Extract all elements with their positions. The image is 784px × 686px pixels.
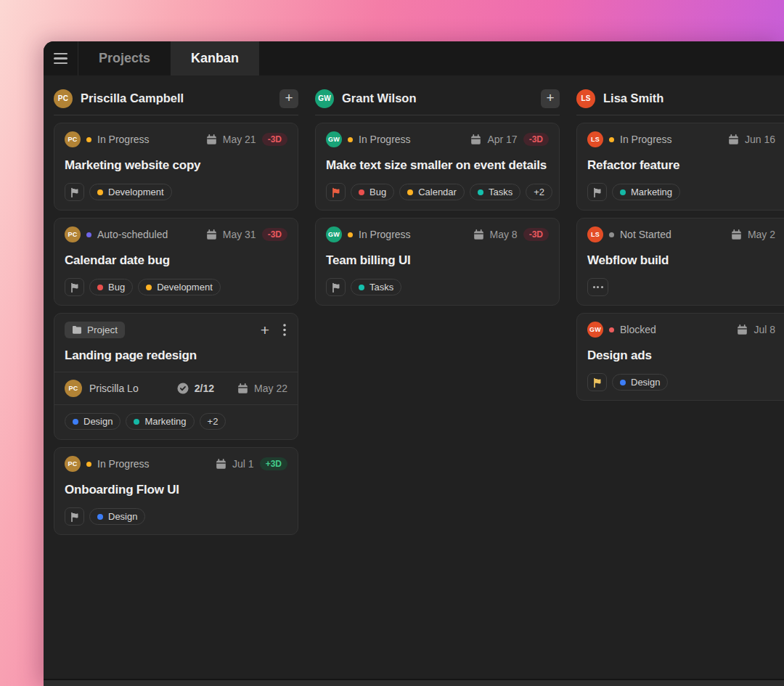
project-menu-button[interactable]	[282, 324, 287, 336]
flag-button[interactable]	[65, 278, 84, 296]
project-labels-row: DesignMarketing+2	[54, 404, 298, 430]
flag-icon	[70, 282, 80, 293]
label-pill: Bug	[89, 279, 133, 295]
calendar-icon	[206, 134, 217, 145]
owner-avatar: PC	[65, 380, 82, 397]
assignee-avatar: PC	[65, 226, 81, 242]
status-dot	[609, 232, 614, 237]
card-title: Onboarding Flow UI	[65, 483, 287, 497]
flag-icon	[592, 377, 603, 388]
deadline-badge: -3D	[262, 228, 287, 241]
card-meta: GWIn ProgressApr 17-3D	[326, 131, 549, 147]
progress-count: 2/12	[195, 383, 214, 394]
label-dot	[620, 380, 626, 385]
label-text: Marketing	[631, 187, 672, 197]
column-name: Grant Wilson	[342, 91, 417, 105]
extra-labels-pill: +2	[200, 413, 226, 430]
status-label: In Progress	[97, 458, 150, 470]
label-dot	[134, 419, 139, 425]
column-divider	[315, 115, 560, 115]
label-pill: Design	[612, 374, 668, 391]
assignee-avatar: PC	[65, 131, 81, 147]
calendar-icon	[728, 134, 739, 145]
project-badge-label: Project	[87, 324, 118, 335]
flag-button[interactable]	[65, 183, 84, 201]
kanban-task-card[interactable]: LSNot StartedMay 2Webflow build	[576, 218, 784, 306]
due-date: May 2	[748, 229, 775, 240]
due-date: Jun 16	[745, 134, 775, 145]
column-cards: GWIn ProgressApr 17-3DMake text size sma…	[315, 123, 560, 306]
add-card-button[interactable]: +	[541, 89, 560, 108]
more-options-button[interactable]	[587, 278, 608, 296]
label-pill: Design	[65, 413, 121, 430]
add-card-button[interactable]: +	[279, 89, 298, 108]
kanban-task-card[interactable]: LSIn ProgressJun 16Refactor featureMarke…	[576, 123, 784, 211]
kanban-task-card[interactable]: GWIn ProgressApr 17-3DMake text size sma…	[315, 123, 560, 211]
card-title: Team billing UI	[326, 253, 549, 268]
card-labels: Marketing	[587, 183, 784, 201]
owner-name: Priscilla Lo	[89, 383, 139, 394]
label-dot	[620, 189, 626, 195]
card-meta: GWBlockedJul 8	[587, 322, 784, 338]
card-title: Marketing website copy	[65, 158, 287, 173]
deadline-badge: -3D	[523, 228, 549, 241]
kebab-menu-icon	[283, 324, 286, 336]
column-avatar: LS	[576, 89, 595, 108]
column-divider	[54, 115, 298, 115]
status-dot	[609, 327, 614, 332]
project-card-header: Project+	[65, 322, 287, 338]
deadline-badge: +3D	[260, 457, 287, 470]
kanban-task-card[interactable]: GWBlockedJul 8Design adsDesign	[576, 313, 784, 401]
add-task-to-project-button[interactable]: +	[261, 322, 269, 338]
label-dot	[146, 285, 152, 290]
card-meta: GWIn ProgressMay 8-3D	[326, 226, 549, 242]
kanban-column: LSLisa Smith+LSIn ProgressJun 16Refactor…	[576, 82, 784, 686]
flag-button[interactable]	[587, 183, 607, 201]
tab-kanban[interactable]: Kanban	[171, 41, 259, 75]
column-header: PCPriscilla Campbell+	[54, 82, 298, 115]
hamburger-icon[interactable]	[44, 41, 78, 75]
card-labels: Design	[587, 373, 784, 391]
label-pill: Design	[89, 508, 145, 525]
due-date: Jul 1	[232, 458, 254, 470]
label-dot	[359, 189, 364, 195]
card-labels: BugCalendarTasks+2	[326, 183, 549, 201]
kanban-task-card[interactable]: GWIn ProgressMay 8-3DTeam billing UITask…	[315, 218, 560, 306]
kanban-task-card[interactable]: PCAuto-scheduledMay 31-3DCalendar date b…	[54, 218, 298, 306]
tab-projects[interactable]: Projects	[78, 41, 171, 75]
flag-button[interactable]	[587, 373, 607, 391]
deadline-badge: -3D	[262, 133, 287, 146]
label-text: Marketing	[144, 416, 186, 427]
flag-button[interactable]	[65, 507, 84, 526]
status-label: In Progress	[97, 134, 150, 145]
column-header: GWGrant Wilson+	[315, 82, 560, 115]
kanban-task-card[interactable]: PCIn ProgressMay 21-3DMarketing website …	[54, 123, 298, 211]
card-title: Refactor feature	[587, 158, 784, 173]
label-dot	[359, 285, 364, 290]
calendar-icon	[737, 324, 748, 335]
dot	[601, 286, 603, 288]
card-meta: LSNot StartedMay 2	[587, 226, 784, 242]
calendar-icon	[470, 134, 481, 145]
label-text: Design	[108, 511, 137, 522]
kanban-task-card[interactable]: PCIn ProgressJul 1+3DOnboarding Flow UID…	[54, 447, 298, 535]
card-meta: PCIn ProgressMay 21-3D	[65, 131, 287, 147]
column-header: LSLisa Smith+	[576, 82, 784, 115]
card-meta-right: Jul 8	[737, 324, 775, 335]
kanban-project-card[interactable]: Project+Landing page redesignPCPriscilla…	[54, 313, 298, 440]
flag-button[interactable]	[326, 183, 346, 201]
card-meta-right: Apr 17-3D	[470, 133, 549, 146]
calendar-icon	[237, 383, 248, 394]
check-circle-icon	[177, 383, 189, 394]
extra-labels-pill: +2	[526, 184, 552, 200]
flag-button[interactable]	[326, 278, 346, 296]
label-text: Calendar	[418, 187, 457, 197]
status-dot	[348, 137, 353, 142]
flag-icon	[331, 282, 341, 293]
label-text: Bug	[369, 187, 386, 197]
label-text: Tasks	[489, 187, 513, 197]
card-title: Calendar date bug	[65, 253, 287, 268]
project-owner-row: PCPriscilla Lo2/12May 22	[54, 372, 298, 404]
calendar-icon	[731, 229, 742, 240]
label-text: Development	[108, 187, 164, 197]
